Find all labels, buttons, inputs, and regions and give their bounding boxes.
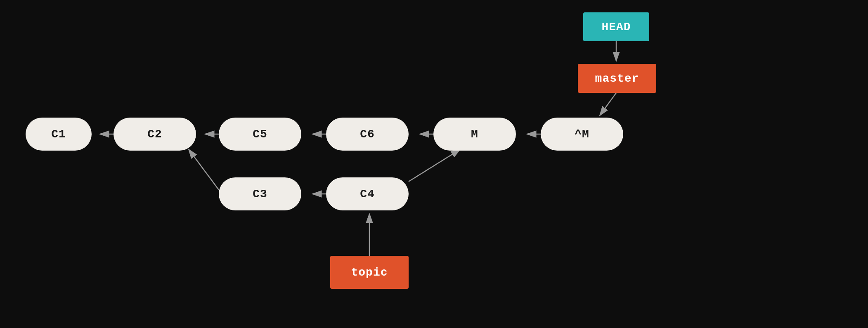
- label-topic: topic: [330, 256, 409, 289]
- node-caret-m: ^M: [541, 118, 623, 151]
- node-c2: C2: [114, 118, 196, 151]
- label-head: HEAD: [583, 12, 649, 41]
- node-c6: C6: [326, 118, 409, 151]
- node-c5: C5: [219, 118, 301, 151]
- node-c4: C4: [326, 177, 409, 210]
- label-master: master: [578, 64, 656, 93]
- node-m: M: [433, 118, 516, 151]
- node-c1: C1: [26, 118, 92, 151]
- svg-line-6: [189, 149, 219, 190]
- node-c3: C3: [219, 177, 301, 210]
- arrows-svg: [0, 0, 868, 328]
- svg-line-8: [409, 149, 460, 182]
- svg-line-10: [600, 93, 616, 116]
- diagram-container: C1 C2 C5 C6 M ^M C3 C4 HEAD master topic: [0, 0, 868, 328]
